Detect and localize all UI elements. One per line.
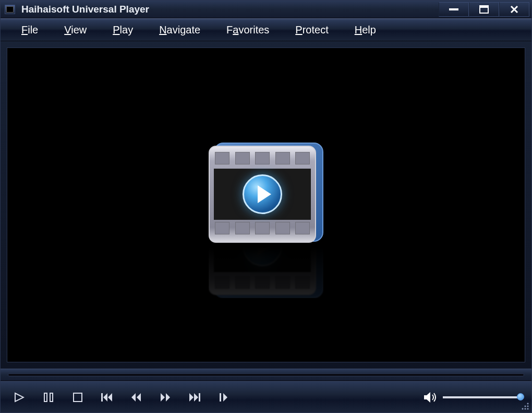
svg-point-10 [525,406,526,407]
svg-rect-6 [101,393,103,402]
rewind-icon [131,393,141,402]
menubar: File View Play Navigate Favorites Protec… [1,18,531,41]
menu-protect[interactable]: Protect [295,24,328,36]
step-button[interactable] [215,389,232,406]
menu-view[interactable]: View [64,24,87,36]
playback-controls [1,381,531,412]
menu-file[interactable]: File [21,24,38,36]
volume-slider[interactable] [443,396,521,398]
svg-rect-2 [480,6,488,8]
svg-point-13 [525,408,526,410]
seek-bar-row [1,369,531,381]
volume-button[interactable] [423,390,438,405]
video-area[interactable] [7,48,525,362]
window-title: Haihaisoft Universal Player [21,4,439,15]
menu-play[interactable]: Play [113,24,133,36]
titlebar[interactable]: Haihaisoft Universal Player [1,1,531,18]
window-controls [439,2,529,17]
volume-thumb[interactable] [517,393,524,400]
play-icon [14,392,25,403]
forward-button[interactable] [157,389,174,406]
svg-rect-5 [74,393,82,402]
skip-back-icon [101,393,113,402]
skip-forward-button[interactable] [186,389,203,406]
svg-rect-7 [199,393,200,402]
menu-favorites[interactable]: Favorites [226,24,269,36]
resize-grip-icon [521,402,530,411]
svg-rect-0 [449,8,458,10]
menu-navigate[interactable]: Navigate [159,24,200,36]
minimize-icon [449,8,458,10]
stop-icon [73,393,82,402]
svg-point-11 [527,406,529,407]
pause-button[interactable] [40,389,57,406]
maximize-icon [479,5,489,14]
skip-back-button[interactable] [99,389,115,406]
pause-icon [44,393,53,402]
stop-button[interactable] [69,389,86,406]
svg-rect-3 [44,393,47,402]
resize-grip[interactable] [521,402,530,411]
play-button[interactable] [11,389,28,406]
skip-forward-icon [189,393,200,402]
close-icon [510,5,518,14]
minimize-button[interactable] [439,2,469,17]
menu-help[interactable]: Help [355,24,376,36]
speaker-icon [424,392,437,403]
svg-point-12 [522,408,524,410]
svg-rect-4 [50,393,53,402]
svg-point-9 [527,403,529,405]
svg-point-14 [527,408,529,410]
forward-icon [160,393,171,402]
step-icon [219,393,228,402]
svg-rect-8 [220,393,221,402]
player-logo [209,143,323,247]
close-button[interactable] [499,2,529,17]
app-window: Haihaisoft Universal Player File View Pl… [0,0,532,413]
maximize-button[interactable] [469,2,499,17]
rewind-button[interactable] [128,389,144,406]
app-icon [5,5,15,14]
seek-bar[interactable] [8,373,524,376]
